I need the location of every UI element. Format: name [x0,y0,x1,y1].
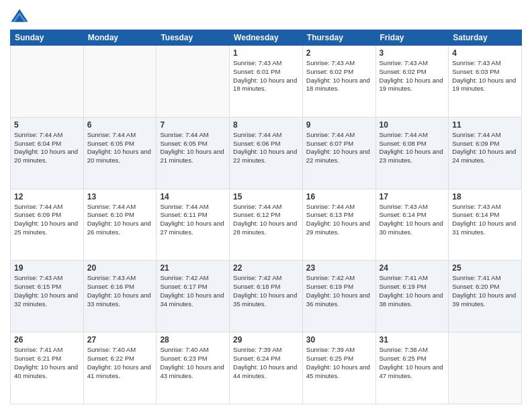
calendar-cell: 4Sunrise: 7:43 AM Sunset: 6:03 PM Daylig… [449,46,522,118]
day-number: 18 [452,192,518,201]
day-info: Sunrise: 7:44 AM Sunset: 6:13 PM Dayligh… [306,203,372,237]
day-number: 5 [14,120,80,130]
day-number: 4 [452,48,518,58]
calendar-cell: 1Sunrise: 7:43 AM Sunset: 6:01 PM Daylig… [230,46,303,118]
calendar-cell: 22Sunrise: 7:42 AM Sunset: 6:18 PM Dayli… [230,261,303,332]
day-info: Sunrise: 7:44 AM Sunset: 6:12 PM Dayligh… [233,203,299,237]
calendar-cell: 16Sunrise: 7:44 AM Sunset: 6:13 PM Dayli… [302,189,375,261]
calendar-cell: 11Sunrise: 7:44 AM Sunset: 6:09 PM Dayli… [449,117,522,189]
day-number: 1 [233,48,299,58]
day-number: 28 [160,335,226,345]
calendar-cell: 10Sunrise: 7:44 AM Sunset: 6:08 PM Dayli… [375,117,449,189]
day-number: 6 [87,120,153,130]
day-info: Sunrise: 7:40 AM Sunset: 6:22 PM Dayligh… [87,346,153,380]
calendar-cell: 9Sunrise: 7:44 AM Sunset: 6:07 PM Daylig… [302,117,375,189]
day-number: 14 [160,192,226,201]
calendar-cell: 7Sunrise: 7:44 AM Sunset: 6:05 PM Daylig… [157,117,230,189]
day-info: Sunrise: 7:43 AM Sunset: 6:01 PM Dayligh… [233,59,299,93]
day-info: Sunrise: 7:44 AM Sunset: 6:05 PM Dayligh… [87,131,153,165]
day-number: 24 [380,263,445,273]
calendar-cell: 8Sunrise: 7:44 AM Sunset: 6:06 PM Daylig… [230,117,303,189]
day-number: 15 [233,192,299,201]
day-info: Sunrise: 7:39 AM Sunset: 6:24 PM Dayligh… [233,346,299,380]
calendar-cell: 19Sunrise: 7:43 AM Sunset: 6:15 PM Dayli… [11,261,84,332]
calendar-cell: 24Sunrise: 7:41 AM Sunset: 6:19 PM Dayli… [375,261,449,332]
calendar-cell: 25Sunrise: 7:41 AM Sunset: 6:20 PM Dayli… [449,261,522,332]
day-number: 22 [233,263,299,273]
day-info: Sunrise: 7:44 AM Sunset: 6:08 PM Dayligh… [380,131,445,165]
calendar-cell: 13Sunrise: 7:44 AM Sunset: 6:10 PM Dayli… [83,189,157,261]
day-number: 16 [306,192,372,201]
calendar-table: SundayMondayTuesdayWednesdayThursdayFrid… [10,30,522,404]
header [10,7,522,26]
week-row-1: 1Sunrise: 7:43 AM Sunset: 6:01 PM Daylig… [11,46,522,118]
day-info: Sunrise: 7:44 AM Sunset: 6:09 PM Dayligh… [14,203,80,237]
day-number: 27 [87,335,153,345]
day-info: Sunrise: 7:40 AM Sunset: 6:23 PM Dayligh… [160,346,226,380]
calendar-cell: 14Sunrise: 7:44 AM Sunset: 6:11 PM Dayli… [157,189,230,261]
day-info: Sunrise: 7:44 AM Sunset: 6:06 PM Dayligh… [233,131,299,165]
day-number: 2 [306,48,372,58]
day-number: 25 [452,263,518,273]
week-row-3: 12Sunrise: 7:44 AM Sunset: 6:09 PM Dayli… [11,189,522,261]
day-number: 17 [380,192,445,201]
week-row-4: 19Sunrise: 7:43 AM Sunset: 6:15 PM Dayli… [11,261,522,332]
day-info: Sunrise: 7:41 AM Sunset: 6:21 PM Dayligh… [14,346,80,380]
calendar-cell: 23Sunrise: 7:42 AM Sunset: 6:19 PM Dayli… [302,261,375,332]
logo [10,7,32,26]
calendar-cell: 30Sunrise: 7:39 AM Sunset: 6:25 PM Dayli… [302,332,375,404]
calendar-cell: 31Sunrise: 7:38 AM Sunset: 6:25 PM Dayli… [375,332,449,404]
day-header-tuesday: Tuesday [157,30,230,46]
calendar-cell [449,332,522,404]
day-info: Sunrise: 7:44 AM Sunset: 6:05 PM Dayligh… [160,131,226,165]
calendar-cell: 2Sunrise: 7:43 AM Sunset: 6:02 PM Daylig… [302,46,375,118]
day-number: 11 [452,120,518,130]
day-number: 30 [306,335,372,345]
calendar-cell [11,46,84,118]
calendar-cell: 28Sunrise: 7:40 AM Sunset: 6:23 PM Dayli… [157,332,230,404]
calendar-cell: 17Sunrise: 7:43 AM Sunset: 6:14 PM Dayli… [375,189,449,261]
day-info: Sunrise: 7:43 AM Sunset: 6:02 PM Dayligh… [380,59,445,93]
day-info: Sunrise: 7:43 AM Sunset: 6:16 PM Dayligh… [87,274,153,308]
day-number: 29 [233,335,299,345]
day-number: 31 [380,335,445,345]
day-header-monday: Monday [83,30,157,46]
day-number: 9 [306,120,372,130]
day-info: Sunrise: 7:44 AM Sunset: 6:11 PM Dayligh… [160,203,226,237]
day-info: Sunrise: 7:44 AM Sunset: 6:09 PM Dayligh… [452,131,518,165]
page: SundayMondayTuesdayWednesdayThursdayFrid… [0,0,532,411]
calendar-cell: 21Sunrise: 7:42 AM Sunset: 6:17 PM Dayli… [157,261,230,332]
day-info: Sunrise: 7:43 AM Sunset: 6:14 PM Dayligh… [380,203,445,237]
calendar-cell: 27Sunrise: 7:40 AM Sunset: 6:22 PM Dayli… [83,332,157,404]
calendar-cell [157,46,230,118]
day-number: 12 [14,192,80,201]
day-info: Sunrise: 7:43 AM Sunset: 6:15 PM Dayligh… [14,274,80,308]
day-number: 3 [380,48,445,58]
day-number: 10 [380,120,445,130]
day-number: 20 [87,263,153,273]
calendar-cell: 12Sunrise: 7:44 AM Sunset: 6:09 PM Dayli… [11,189,84,261]
day-info: Sunrise: 7:41 AM Sunset: 6:20 PM Dayligh… [452,274,518,308]
day-number: 8 [233,120,299,130]
day-header-saturday: Saturday [449,30,522,46]
day-info: Sunrise: 7:39 AM Sunset: 6:25 PM Dayligh… [306,346,372,380]
day-number: 21 [160,263,226,273]
day-info: Sunrise: 7:42 AM Sunset: 6:18 PM Dayligh… [233,274,299,308]
day-number: 13 [87,192,153,201]
calendar-cell: 15Sunrise: 7:44 AM Sunset: 6:12 PM Dayli… [230,189,303,261]
day-info: Sunrise: 7:41 AM Sunset: 6:19 PM Dayligh… [380,274,445,308]
calendar-cell: 18Sunrise: 7:43 AM Sunset: 6:14 PM Dayli… [449,189,522,261]
calendar-cell: 26Sunrise: 7:41 AM Sunset: 6:21 PM Dayli… [11,332,84,404]
day-number: 26 [14,335,80,345]
calendar-cell: 6Sunrise: 7:44 AM Sunset: 6:05 PM Daylig… [83,117,157,189]
day-header-thursday: Thursday [302,30,375,46]
calendar-cell: 20Sunrise: 7:43 AM Sunset: 6:16 PM Dayli… [83,261,157,332]
week-row-5: 26Sunrise: 7:41 AM Sunset: 6:21 PM Dayli… [11,332,522,404]
day-info: Sunrise: 7:43 AM Sunset: 6:02 PM Dayligh… [306,59,372,93]
day-number: 7 [160,120,226,130]
calendar-cell: 5Sunrise: 7:44 AM Sunset: 6:04 PM Daylig… [11,117,84,189]
logo-icon [10,7,29,26]
day-info: Sunrise: 7:38 AM Sunset: 6:25 PM Dayligh… [380,346,445,380]
calendar-header-row: SundayMondayTuesdayWednesdayThursdayFrid… [11,30,522,46]
day-number: 19 [14,263,80,273]
